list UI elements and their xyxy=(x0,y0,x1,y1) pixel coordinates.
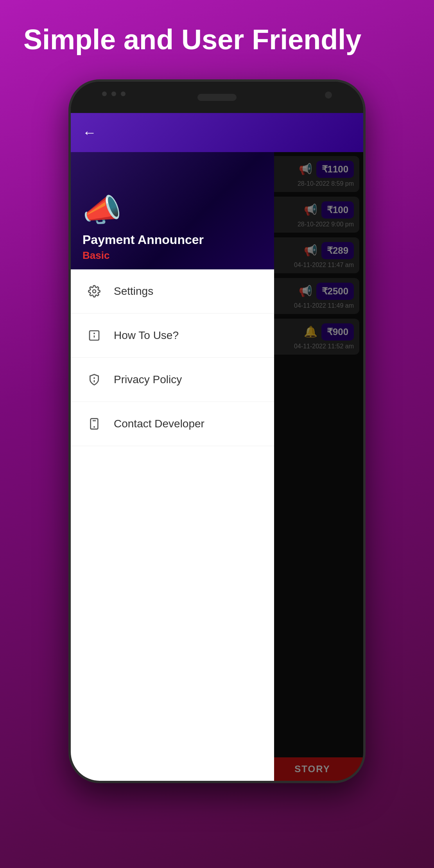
menu-item-settings[interactable]: Settings xyxy=(71,269,274,314)
menu-item-contact-developer[interactable]: Contact Developer xyxy=(71,402,274,446)
menu-item-how-to-use[interactable]: How To Use? xyxy=(71,314,274,358)
gear-icon xyxy=(86,283,102,299)
app-tier: Basic xyxy=(82,249,262,262)
settings-label: Settings xyxy=(114,285,153,298)
phone-frame: ← 📢 ₹1100 28-10-2022 8:59 pm xyxy=(68,79,366,783)
app-name: Payment Announcer xyxy=(82,233,262,247)
header-title: Simple and User Friendly xyxy=(0,0,434,72)
shield-icon xyxy=(86,372,102,387)
app-header: ← xyxy=(71,113,363,152)
privacy-policy-label: Privacy Policy xyxy=(114,373,182,386)
phone-dot-3 xyxy=(121,91,126,96)
back-button[interactable]: ← xyxy=(82,124,97,141)
drawer-panel: 📣 Payment Announcer Basic xyxy=(71,152,274,781)
device-icon xyxy=(86,416,102,432)
menu-item-privacy-policy[interactable]: Privacy Policy xyxy=(71,358,274,402)
phone-dot-2 xyxy=(111,91,116,96)
how-to-use-label: How To Use? xyxy=(114,329,179,342)
drawer-header: 📣 Payment Announcer Basic xyxy=(71,152,274,269)
phone-camera xyxy=(325,91,332,99)
svg-point-0 xyxy=(93,290,96,293)
phone-dot-1 xyxy=(102,91,107,96)
phone-notch-left xyxy=(102,91,126,96)
phone-top-bar xyxy=(71,82,363,113)
app-logo: 📣 xyxy=(82,192,262,229)
drawer-menu: Settings How To Use? xyxy=(71,269,274,781)
app-screen: ← 📢 ₹1100 28-10-2022 8:59 pm xyxy=(71,113,363,781)
phone-speaker xyxy=(197,94,237,101)
info-icon xyxy=(86,328,102,343)
contact-developer-label: Contact Developer xyxy=(114,418,204,430)
app-content: 📢 ₹1100 28-10-2022 8:59 pm 📢 ₹100 28-10-… xyxy=(71,152,363,781)
